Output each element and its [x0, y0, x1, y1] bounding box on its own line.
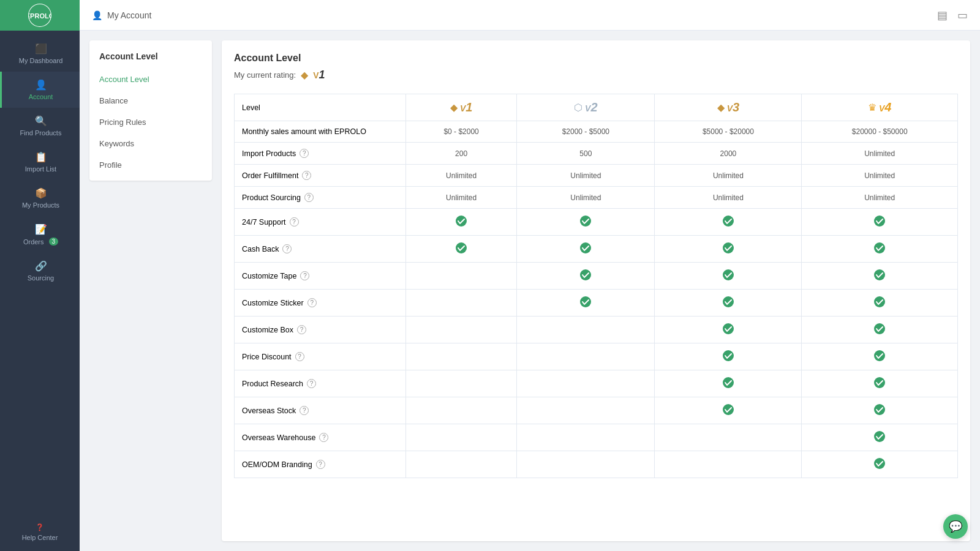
- feature-value: [406, 236, 517, 263]
- table-row: Overseas Warehouse?: [235, 424, 958, 451]
- feature-name: Cash Back?: [235, 236, 406, 263]
- topbar: 👤 My Account ▤ ▭: [80, 0, 980, 31]
- info-icon[interactable]: ?: [290, 217, 299, 227]
- sub-menu-item-keywords[interactable]: Keywords: [89, 133, 212, 154]
- sidebar-item-label: Sourcing: [28, 274, 54, 282]
- messages-icon[interactable]: ▭: [957, 9, 968, 22]
- v1-label: V1: [460, 100, 472, 114]
- account-level-panel: Account Level My current rating: ◆ V1 Le…: [222, 40, 970, 541]
- table-row: Customize Box?: [235, 317, 958, 343]
- svg-point-2: [456, 216, 467, 227]
- check-icon: [873, 355, 886, 364]
- check-icon: [873, 463, 886, 471]
- check-icon: [873, 274, 886, 283]
- feature-value: [517, 397, 655, 424]
- svg-point-24: [874, 431, 885, 442]
- info-icon[interactable]: ?: [319, 433, 328, 442]
- table-row: OEM/ODM Branding?: [235, 451, 958, 478]
- account-icon: 👤: [35, 79, 47, 91]
- sub-menu-item-pricing-rules[interactable]: Pricing Rules: [89, 111, 212, 133]
- info-icon[interactable]: ?: [300, 149, 309, 158]
- sub-menu-item-balance[interactable]: Balance: [89, 90, 212, 111]
- sub-menu-item-profile[interactable]: Profile: [89, 154, 212, 176]
- info-icon[interactable]: ?: [297, 325, 306, 334]
- sidebar-item-import-list[interactable]: 📋 Import List: [0, 144, 80, 180]
- check-icon: [873, 382, 886, 391]
- sidebar-item-label: Import List: [25, 165, 56, 173]
- feature-value: Unlimited: [517, 165, 655, 187]
- sidebar-item-sourcing[interactable]: 🔗 Sourcing: [0, 253, 80, 289]
- my-products-icon: 📦: [35, 187, 47, 199]
- table-row: Product Research?: [235, 370, 958, 397]
- svg-point-20: [723, 377, 734, 388]
- feature-name: Order Fulfillment?: [235, 165, 406, 187]
- level-col-header: Level: [235, 94, 406, 121]
- check-icon: [873, 247, 886, 256]
- feature-value: [802, 317, 958, 343]
- check-icon: [722, 355, 734, 364]
- feature-name: Customize Tape?: [235, 263, 406, 290]
- check-icon: [722, 220, 734, 229]
- sidebar-item-label: My Dashboard: [19, 57, 63, 64]
- tier-v1-header: ◆ V1: [406, 94, 517, 121]
- check-icon: [579, 301, 592, 310]
- info-icon[interactable]: ?: [307, 298, 317, 307]
- dashboard-icon: ⬛: [35, 43, 47, 54]
- feature-value: [655, 236, 802, 263]
- v2-label: V2: [585, 100, 597, 114]
- check-icon: [722, 382, 734, 391]
- table-row: Monthly sales amount with EPROLO$0 - $20…: [235, 121, 958, 143]
- notifications-icon[interactable]: ▤: [937, 9, 948, 22]
- sidebar-item-orders[interactable]: 📝 Orders 3: [0, 216, 80, 253]
- sidebar: EPROLO ⬛ My Dashboard 👤 Account 🔍 Find P…: [0, 0, 80, 551]
- feature-value: [406, 343, 517, 370]
- info-icon[interactable]: ?: [295, 352, 304, 361]
- logo-icon: EPROLO: [28, 4, 51, 27]
- info-icon[interactable]: ?: [300, 406, 309, 415]
- info-icon[interactable]: ?: [307, 379, 316, 388]
- feature-name: Overseas Warehouse?: [235, 424, 406, 451]
- svg-point-8: [723, 242, 734, 253]
- info-icon[interactable]: ?: [316, 460, 325, 469]
- info-icon[interactable]: ?: [304, 193, 314, 202]
- svg-point-4: [723, 216, 734, 227]
- chat-button[interactable]: 💬: [943, 514, 968, 539]
- feature-value: [802, 290, 958, 317]
- feature-name: Customize Sticker?: [235, 290, 406, 317]
- svg-point-9: [874, 242, 885, 253]
- feature-value: 2000: [655, 143, 802, 165]
- sidebar-item-account[interactable]: 👤 Account: [0, 72, 80, 108]
- info-icon[interactable]: ?: [282, 244, 292, 253]
- help-icon: ❓: [36, 523, 44, 531]
- table-row: 24/7 Support?: [235, 209, 958, 236]
- info-icon[interactable]: ?: [302, 171, 311, 180]
- feature-value: $20000 - $50000: [802, 121, 958, 143]
- v4-label: V4: [879, 100, 891, 114]
- topbar-user-icon: 👤: [92, 10, 102, 20]
- feature-name: Monthly sales amount with EPROLO: [235, 121, 406, 143]
- help-center-button[interactable]: ❓ Help Center: [0, 514, 80, 551]
- table-row: Price Discount?: [235, 343, 958, 370]
- check-icon: [455, 220, 467, 229]
- check-icon: [873, 220, 886, 229]
- check-icon: [722, 247, 734, 256]
- feature-value: [655, 397, 802, 424]
- info-icon[interactable]: ?: [300, 271, 309, 280]
- feature-value: Unlimited: [406, 165, 517, 187]
- feature-value: 500: [517, 143, 655, 165]
- sidebar-item-dashboard[interactable]: ⬛ My Dashboard: [0, 36, 80, 72]
- feature-value: [406, 397, 517, 424]
- feature-value: [406, 424, 517, 451]
- topbar-left: 👤 My Account: [92, 10, 151, 20]
- sidebar-item-find-products[interactable]: 🔍 Find Products: [0, 108, 80, 144]
- feature-value: [802, 397, 958, 424]
- table-row: Customize Sticker?: [235, 290, 958, 317]
- current-level-diamond-icon: ◆: [301, 69, 308, 81]
- topbar-right: ▤ ▭: [937, 9, 968, 22]
- sidebar-item-my-products[interactable]: 📦 My Products: [0, 180, 80, 216]
- help-label: Help Center: [22, 534, 58, 541]
- sub-menu-item-account-level[interactable]: Account Level: [89, 69, 212, 90]
- feature-value: [406, 451, 517, 478]
- feature-value: Unlimited: [655, 165, 802, 187]
- feature-value: 200: [406, 143, 517, 165]
